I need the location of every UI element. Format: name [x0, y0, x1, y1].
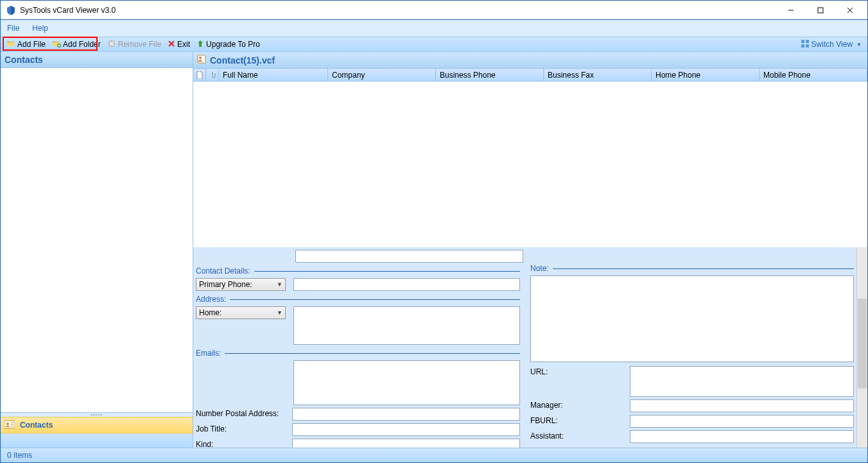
upgrade-button[interactable]: Upgrade To Pro [193, 37, 263, 51]
col-mobile-phone[interactable]: Mobile Phone [759, 69, 867, 81]
col-business-fax[interactable]: Business Fax [544, 69, 652, 81]
svg-point-11 [6, 423, 9, 425]
col-full-name[interactable]: Full Name [219, 69, 328, 81]
col-home-phone[interactable]: Home Phone [652, 69, 759, 81]
details-left: Contact Details: Primary Phone:▼ Address… [196, 250, 526, 445]
menu-file[interactable]: File [7, 24, 19, 33]
minimize-button[interactable] [776, 1, 806, 19]
svg-rect-9 [806, 44, 809, 48]
url-field[interactable] [630, 366, 854, 397]
main-area: Contacts ••••• Contacts Contact(15).vcf … [1, 52, 867, 448]
section-emails: Emails: [196, 349, 221, 358]
col-icon-doc[interactable] [193, 69, 206, 81]
table-header: Full Name Company Business Phone Busines… [193, 69, 867, 82]
assistant-field[interactable] [630, 430, 854, 443]
exit-button[interactable]: Exit [164, 37, 193, 51]
right-panel: Contact(15).vcf Full Name Company Busine… [193, 52, 867, 448]
title-bar: SysTools vCard Viewer v3.0 [1, 1, 867, 20]
address-field[interactable] [293, 306, 520, 345]
svg-rect-6 [801, 40, 804, 43]
add-file-button[interactable]: Add File [3, 37, 49, 51]
contact-icon [197, 55, 206, 66]
contact-card-icon [4, 420, 15, 431]
details-scrollbar[interactable] [856, 247, 867, 448]
category-label: Contacts [20, 421, 53, 430]
status-bar: 0 Items [1, 448, 867, 462]
svg-point-16 [199, 57, 202, 59]
section-note: Note: [530, 264, 549, 273]
section-contact-details: Contact Details: [196, 266, 250, 275]
col-company[interactable]: Company [328, 69, 436, 81]
label-url: URL: [530, 366, 630, 376]
close-button[interactable] [835, 1, 865, 19]
col-icon-attachment[interactable] [206, 69, 219, 81]
fburl-field[interactable] [630, 415, 854, 428]
app-icon [6, 5, 16, 15]
file-name: Contact(15).vcf [210, 55, 275, 66]
col-business-phone[interactable]: Business Phone [436, 69, 544, 81]
svg-rect-15 [198, 55, 205, 63]
svg-rect-8 [801, 44, 804, 48]
contacts-tree[interactable] [1, 68, 193, 413]
menu-bar: File Help [1, 20, 867, 37]
category-contacts[interactable]: Contacts [1, 417, 193, 433]
label-fburl: FBURL: [530, 415, 630, 425]
section-address: Address: [196, 295, 226, 304]
contacts-header: Contacts [1, 52, 193, 68]
emails-field[interactable] [293, 360, 520, 405]
details-area: Contact Details: Primary Phone:▼ Address… [193, 247, 867, 448]
left-spacer [1, 433, 193, 448]
label-kind: Kind: [196, 439, 292, 448]
svg-rect-7 [806, 40, 809, 43]
top-field[interactable] [295, 250, 523, 263]
switch-view-button[interactable]: Switch View ▼ [797, 37, 865, 51]
label-assistant: Assistant: [530, 430, 630, 441]
primary-phone-field[interactable] [293, 278, 520, 291]
menu-help[interactable]: Help [32, 24, 48, 33]
kind-field[interactable] [292, 439, 520, 448]
grid-icon [801, 39, 810, 50]
label-number-postal: Number Postal Address: [196, 408, 292, 418]
add-folder-button[interactable]: Add Folder [49, 37, 104, 51]
toolbar: Add File Add Folder Remove File Exit Upg… [1, 37, 867, 52]
details-right: Note: URL: Manager: FBURL: Assistant: [526, 250, 854, 445]
label-manager: Manager: [530, 399, 630, 410]
window-title: SysTools vCard Viewer v3.0 [20, 6, 776, 15]
close-icon [168, 40, 175, 49]
chevron-down-icon: ▼ [856, 42, 862, 48]
folder-add-icon [52, 39, 61, 50]
status-text: 0 Items [7, 451, 32, 460]
folder-open-icon [6, 39, 15, 50]
table-body[interactable] [193, 82, 867, 247]
number-postal-field[interactable] [292, 408, 520, 421]
file-header: Contact(15).vcf [193, 52, 867, 69]
arrow-up-icon [196, 40, 204, 49]
maximize-button[interactable] [806, 1, 835, 19]
label-job-title: Job Title: [196, 423, 292, 433]
remove-file-button: Remove File [104, 37, 164, 51]
svg-rect-1 [818, 8, 823, 13]
job-title-field[interactable] [292, 423, 520, 436]
remove-icon [107, 39, 116, 50]
chevron-down-icon: ▼ [277, 281, 282, 288]
note-field[interactable] [530, 275, 854, 362]
left-panel: Contacts ••••• Contacts [1, 52, 193, 448]
chevron-down-icon: ▼ [277, 310, 282, 316]
primary-phone-combo[interactable]: Primary Phone:▼ [196, 278, 286, 291]
address-type-combo[interactable]: Home:▼ [196, 306, 286, 319]
manager-field[interactable] [630, 399, 854, 412]
